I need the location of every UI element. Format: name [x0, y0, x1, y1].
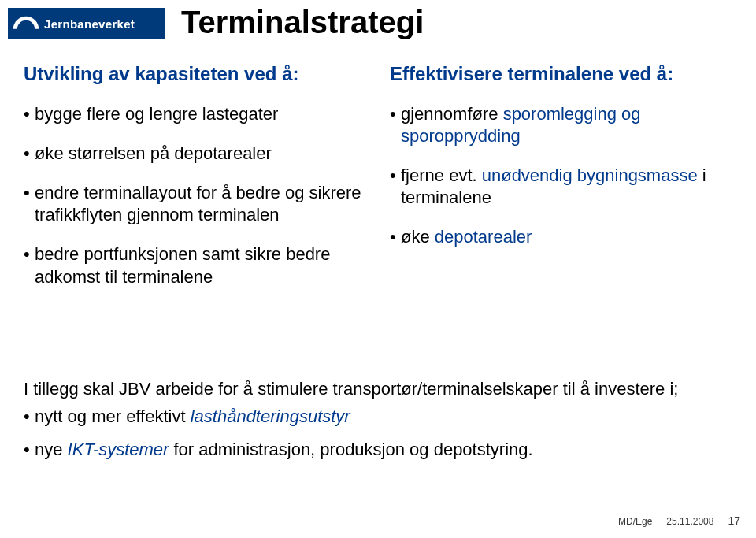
right-column: Effektivisere terminalene ved å: gjennom…: [390, 63, 732, 306]
list-item: øke depotarealer: [390, 226, 732, 248]
list-item: gjennomføre sporomlegging og sporopprydd…: [390, 103, 732, 147]
bottom-lead: I tillegg skal JBV arbeide for å stimule…: [24, 378, 732, 400]
item-prefix: fjerne evt.: [401, 165, 482, 185]
list-item: bedre portfunksjonen samt sikre bedre ad…: [24, 243, 366, 288]
item-prefix: gjennomføre: [401, 104, 503, 124]
page-title: Terminalstrategi: [181, 5, 424, 40]
list-item: øke størrelsen på depotarealer: [24, 143, 366, 165]
right-heading: Effektivisere terminalene ved å:: [390, 63, 732, 86]
list-item: bygge flere og lengre lastegater: [24, 103, 366, 125]
left-list: bygge flere og lengre lastegater øke stø…: [24, 103, 366, 288]
item-accent: unødvendig bygningsmasse: [482, 165, 698, 185]
footer-page: 17: [728, 514, 740, 527]
footer: MD/Ege 25.11.2008 17: [618, 514, 740, 527]
two-column-layout: Utvikling av kapasiteten ved å: bygge fl…: [24, 63, 732, 306]
right-list: gjennomføre sporomlegging og sporopprydd…: [390, 103, 732, 249]
slide: Jernbaneverket Terminalstrategi Utviklin…: [0, 0, 756, 538]
item-prefix: øke: [401, 227, 435, 247]
list-item: fjerne evt. unødvendig bygningsmasse i t…: [390, 165, 732, 209]
bottom-section: I tillegg skal JBV arbeide for å stimule…: [24, 378, 732, 472]
brand-name: Jernbaneverket: [44, 17, 135, 31]
list-item: nye IKT-systemer for administrasjon, pro…: [24, 438, 732, 462]
arc-logo-icon: [13, 10, 39, 37]
brand-bar: Jernbaneverket: [8, 8, 165, 39]
item-accent: IKT-systemer: [68, 440, 169, 459]
bottom-list: nytt og mer effektivt lasthåndteringsuts…: [24, 405, 732, 463]
footer-date: 25.11.2008: [666, 516, 713, 527]
item-prefix: nytt og mer effektivt: [35, 406, 191, 426]
list-item: endre terminallayout for å bedre og sikr…: [24, 182, 366, 226]
item-accent: depotarealer: [435, 227, 532, 247]
item-prefix: nye: [35, 440, 68, 459]
footer-author: MD/Ege: [618, 516, 652, 527]
item-suffix: for administrasjon, produksjon og depots…: [169, 440, 532, 459]
item-accent: lasthåndteringsutstyr: [191, 406, 350, 426]
list-item: nytt og mer effektivt lasthåndteringsuts…: [24, 405, 732, 429]
left-column: Utvikling av kapasiteten ved å: bygge fl…: [24, 63, 366, 306]
left-heading: Utvikling av kapasiteten ved å:: [24, 63, 366, 86]
